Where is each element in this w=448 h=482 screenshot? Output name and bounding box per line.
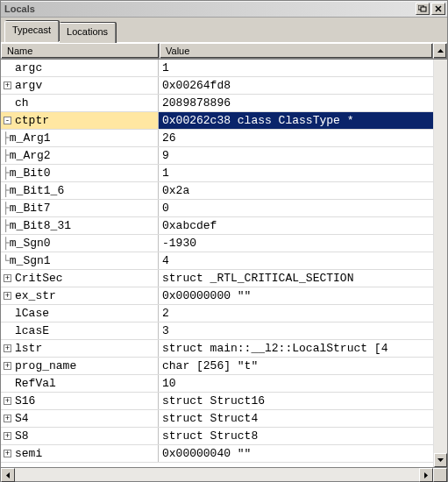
variable-name: lCase: [15, 305, 49, 322]
cell-name: +S8: [1, 428, 159, 444]
expand-icon[interactable]: +: [3, 414, 12, 423]
cell-value: 0x00264fd8: [159, 77, 433, 94]
table-row[interactable]: ├ m_Sgn0-1930: [1, 235, 433, 252]
cell-value: struct _RTL_CRITICAL_SECTION: [159, 270, 433, 287]
variable-name: m_Bit0: [10, 165, 51, 181]
column-headers: Name Value: [1, 42, 447, 59]
variable-name: S8: [15, 428, 29, 444]
variable-name: prog_name: [15, 358, 76, 374]
cell-value: struct Struct8: [159, 428, 433, 444]
scroll-right-button[interactable]: [419, 468, 433, 482]
grid: argc1+argv0x00264fd8ch2089878896-ctptr0x…: [1, 59, 447, 467]
cell-name: +ex_str: [1, 287, 159, 304]
cell-name: ├ m_Bit8_31: [1, 217, 159, 234]
table-row[interactable]: +S16struct Struct16: [1, 393, 433, 410]
cell-value: 0x2a: [159, 182, 433, 199]
cell-value: 2089878896: [159, 95, 433, 111]
table-row[interactable]: +ex_str0x00000000 "": [1, 287, 433, 305]
variable-name: lcasE: [15, 323, 49, 339]
tree-line-icon: └: [3, 252, 10, 269]
cell-name: ├ m_Bit0: [1, 165, 159, 181]
expand-icon[interactable]: +: [3, 273, 12, 283]
cell-name: +S16: [1, 393, 159, 409]
table-row[interactable]: └ m_Sgn14: [1, 252, 433, 270]
tab-typecast[interactable]: Typecast: [4, 21, 59, 42]
table-row[interactable]: lCase2: [1, 305, 433, 323]
expand-icon[interactable]: +: [3, 396, 12, 406]
scroll-track[interactable]: [434, 60, 447, 453]
tree-line-icon: ├: [3, 200, 10, 216]
cell-value: 0x00262c38 class ClassType *: [159, 112, 433, 129]
scrollbar-corner: [433, 468, 447, 482]
header-value[interactable]: Value: [160, 43, 433, 59]
table-row[interactable]: +lstrstruct main::__l2::LocalStruct [4: [1, 340, 433, 358]
tree-line-icon: ├: [3, 182, 10, 199]
triangle-up-icon: [437, 49, 444, 53]
variable-name: ctptr: [15, 112, 49, 129]
table-row[interactable]: RefVal10: [1, 375, 433, 393]
table-row[interactable]: ├ m_Arg126: [1, 130, 433, 147]
cell-name: +prog_name: [1, 358, 159, 374]
expand-icon[interactable]: +: [3, 81, 12, 90]
scroll-up-button[interactable]: [433, 43, 447, 59]
tree-line-icon: ├: [3, 147, 10, 164]
variable-name: RefVal: [15, 375, 56, 392]
variable-name: S16: [15, 393, 35, 409]
cell-name: lcasE: [1, 323, 159, 339]
cell-name: ├ m_Arg1: [1, 130, 159, 146]
hscroll-track[interactable]: [15, 468, 419, 481]
variable-name: m_Sgn1: [10, 252, 51, 269]
horizontal-scrollbar[interactable]: [1, 467, 447, 481]
variable-name: m_Bit8_31: [10, 217, 71, 234]
variable-name: m_Arg1: [10, 130, 51, 146]
collapse-icon[interactable]: -: [3, 116, 12, 125]
window-title: Locals: [4, 4, 414, 14]
dock-button[interactable]: [416, 3, 430, 15]
table-row[interactable]: +semi0x00000040 "": [1, 445, 433, 463]
cell-value: 9: [159, 147, 433, 164]
table-row[interactable]: argc1: [1, 60, 433, 77]
expand-icon[interactable]: +: [3, 361, 12, 371]
variable-name: S4: [15, 410, 29, 427]
table-row[interactable]: -ctptr0x00262c38 class ClassType *: [1, 112, 433, 130]
variable-name: m_Bit7: [10, 200, 51, 216]
cell-value: struct main::__l2::LocalStruct [4: [159, 340, 433, 357]
cell-name: +semi: [1, 445, 159, 462]
scroll-left-button[interactable]: [1, 468, 15, 482]
triangle-down-icon: [437, 458, 444, 462]
locals-window: Locals Typecast Locations Name Value arg…: [0, 0, 448, 482]
vertical-scrollbar[interactable]: [433, 60, 447, 467]
cell-name: ├ m_Bit7: [1, 200, 159, 216]
cell-name: +lstr: [1, 340, 159, 357]
scroll-down-button[interactable]: [434, 453, 447, 467]
table-row[interactable]: ├ m_Arg29: [1, 147, 433, 165]
close-button[interactable]: [431, 3, 445, 15]
table-row[interactable]: ├ m_Bit70: [1, 200, 433, 217]
svg-rect-1: [421, 7, 426, 11]
expand-icon[interactable]: +: [3, 431, 12, 441]
table-row[interactable]: ch2089878896: [1, 95, 433, 112]
table-row[interactable]: +S8struct Struct8: [1, 428, 433, 445]
table-row[interactable]: +prog_namechar [256] "t": [1, 358, 433, 375]
table-row[interactable]: lcasE3: [1, 323, 433, 340]
expand-icon[interactable]: +: [3, 449, 12, 458]
cell-value: 0x00000040 "": [159, 445, 433, 462]
table-row[interactable]: ├ m_Bit8_310xabcdef: [1, 217, 433, 235]
expand-icon[interactable]: +: [3, 344, 12, 353]
header-name[interactable]: Name: [1, 43, 160, 59]
cell-name: argc: [1, 60, 159, 76]
table-row[interactable]: +S4struct Struct4: [1, 410, 433, 428]
table-row[interactable]: ├ m_Bit1_60x2a: [1, 182, 433, 200]
table-row[interactable]: ├ m_Bit01: [1, 165, 433, 182]
cell-value: char [256] "t": [159, 358, 433, 374]
tab-locations[interactable]: Locations: [59, 23, 116, 44]
variable-name: semi: [15, 445, 42, 462]
cell-name: ├ m_Arg2: [1, 147, 159, 164]
table-row[interactable]: +CritSecstruct _RTL_CRITICAL_SECTION: [1, 270, 433, 287]
cell-name: ├ m_Bit1_6: [1, 182, 159, 199]
cell-value: 1: [159, 60, 433, 76]
table-row[interactable]: +argv0x00264fd8: [1, 77, 433, 95]
expand-icon[interactable]: +: [3, 291, 12, 301]
cell-name: +argv: [1, 77, 159, 94]
cell-name: +CritSec: [1, 270, 159, 287]
